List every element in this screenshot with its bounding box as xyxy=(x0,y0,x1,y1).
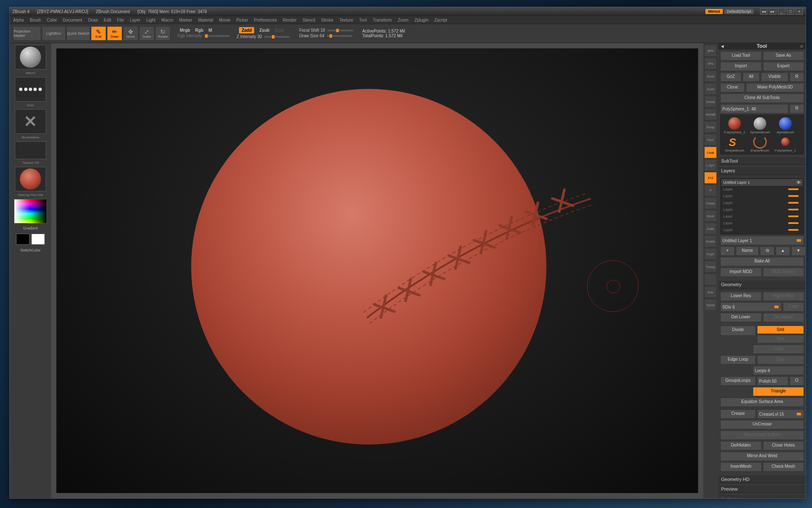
sculpt-mesh[interactable] xyxy=(191,89,546,444)
menu-brush[interactable]: Brush xyxy=(30,18,41,22)
layer-dup-button[interactable]: ⧉ xyxy=(760,246,774,256)
draw-size-slider[interactable] xyxy=(327,35,352,37)
nav-icon-move[interactable]: Move xyxy=(704,210,717,222)
sdiv-slider[interactable]: SDiv 6 xyxy=(720,302,782,312)
layers-header[interactable]: Layers xyxy=(719,167,806,175)
goz-visible-button[interactable]: Visible xyxy=(761,72,788,82)
gradient-label[interactable]: Gradient xyxy=(11,226,49,230)
color-picker[interactable] xyxy=(14,199,47,224)
polish-slider[interactable]: Polish 50 xyxy=(757,376,788,386)
nav-icon-zoom[interactable]: Zoom xyxy=(704,83,717,95)
menu-edit[interactable]: Edit xyxy=(104,18,111,22)
layer-new-button[interactable]: + xyxy=(720,246,735,256)
menu-draw[interactable]: Draw xyxy=(88,18,98,22)
import-button[interactable]: Import xyxy=(720,62,762,71)
uncrease-button[interactable]: UnCrease xyxy=(720,420,804,429)
reconstruct-button[interactable]: Reconstruct Subdiv xyxy=(720,431,804,440)
nav-icon-spix[interactable]: SPix xyxy=(704,58,717,69)
goz-all-button[interactable]: All xyxy=(743,72,760,82)
lower-res-button[interactable]: Lower Res xyxy=(720,292,762,301)
tool-item-polysphere_1[interactable]: PolySphere_1 xyxy=(722,117,747,134)
zadd-toggle[interactable]: Zadd xyxy=(239,27,254,33)
nav-icon-rotate[interactable]: Rotate xyxy=(704,235,717,247)
menu-zscript[interactable]: Zscript xyxy=(434,18,447,22)
tool-item-alphabrush[interactable]: AlphaBrush xyxy=(773,117,798,134)
nav-icon-polyf[interactable]: PolyF xyxy=(704,248,717,260)
suv-toggle[interactable]: Suv xyxy=(757,335,804,343)
menu-preferences[interactable]: Preferences xyxy=(254,18,277,22)
menu-file[interactable]: File xyxy=(117,18,124,22)
menu-color[interactable]: Color xyxy=(47,18,57,22)
smt-toggle[interactable]: Smt xyxy=(757,326,804,334)
geometry-hd-header[interactable]: Geometry HD xyxy=(719,475,806,483)
nav-icon-xyz[interactable]: XYZ xyxy=(704,172,717,184)
nav-icon-xpose[interactable]: Xpose xyxy=(704,299,717,311)
maximize-icon[interactable]: □ xyxy=(787,8,794,15)
nav-icon-bpr[interactable]: BPR xyxy=(704,45,717,57)
layer-item-active[interactable]: Untitled Layer 1👁 xyxy=(721,179,803,186)
tool-item-polysphere_1[interactable]: PolySphere_1 xyxy=(773,135,798,152)
del-hidden-button[interactable]: DelHidden xyxy=(720,441,762,450)
nav-icon-local[interactable]: Local xyxy=(704,146,717,158)
nav-next-icon[interactable]: ▸▸ xyxy=(769,8,776,15)
layer-item[interactable]: Layer xyxy=(721,193,803,199)
zcut-toggle[interactable]: Zcut xyxy=(274,28,283,33)
loops-slider[interactable]: Loops 4 xyxy=(753,366,804,375)
nav-icon-persp[interactable]: Persp xyxy=(704,121,717,133)
nav-icon-transp[interactable]: Transp xyxy=(704,261,717,273)
surface-header[interactable]: Surface xyxy=(719,495,806,498)
menu-stroke[interactable]: Stroke xyxy=(321,18,333,22)
default-zscript[interactable]: DefaultZScript xyxy=(724,9,754,14)
subtool-header[interactable]: SubTool xyxy=(719,157,806,165)
check-mesh-button[interactable]: Check Mesh xyxy=(763,462,804,472)
crease-button[interactable]: Crease xyxy=(720,409,756,419)
clone-all-subtools-button[interactable]: Clone All SubTools xyxy=(720,94,804,103)
menu-picker[interactable]: Picker xyxy=(236,18,248,22)
nav-icon-frame[interactable]: Frame xyxy=(704,197,717,209)
higher-res-button[interactable]: Higher Res xyxy=(763,292,804,301)
layer-item[interactable]: Layer xyxy=(721,186,803,193)
menu-marker[interactable]: Marker xyxy=(179,18,192,22)
clone-button[interactable]: Clone xyxy=(720,83,745,92)
lightbox-button[interactable]: LightBox xyxy=(42,26,66,41)
nav-icon-scale[interactable]: Scale xyxy=(704,223,717,235)
triangle-toggle[interactable]: Triangle xyxy=(753,387,804,396)
crease-lvl-slider[interactable]: CreaseLvl 15 xyxy=(757,409,804,419)
polish-o-button[interactable]: O xyxy=(790,376,804,386)
load-tool-button[interactable]: Load Tool xyxy=(720,51,762,61)
move-button[interactable]: ✥Move xyxy=(123,26,138,41)
del-higher-button[interactable]: Del Higher xyxy=(763,313,804,322)
menu-macro[interactable]: Macro xyxy=(162,18,173,22)
edit-button[interactable]: ✎Edit xyxy=(91,26,106,41)
geometry-header[interactable]: Geometry xyxy=(719,281,806,289)
menu-material[interactable]: Material xyxy=(198,18,214,22)
layer-item[interactable]: Layer xyxy=(721,206,803,213)
layer-item[interactable]: Layer xyxy=(721,226,803,233)
menu-movie[interactable]: Movie xyxy=(219,18,230,22)
tool-item-eraserbrush[interactable]: EraserBrush xyxy=(748,135,772,152)
import-mdd-button[interactable]: Import MDD xyxy=(720,268,762,277)
menu-light[interactable]: Light xyxy=(146,18,156,22)
switch-color-button[interactable]: SwitchColor xyxy=(11,248,49,252)
tool-item-spherebrush[interactable]: SphereBrush xyxy=(748,117,772,134)
menu-stencil[interactable]: Stencil xyxy=(302,18,315,22)
menu-texture[interactable]: Texture xyxy=(339,18,353,22)
secondary-color-swatch[interactable] xyxy=(16,234,30,245)
m-toggle[interactable]: M xyxy=(208,28,212,33)
layer-item[interactable]: Layer xyxy=(721,199,803,206)
layer-rename-button[interactable]: Name xyxy=(736,246,759,256)
goz-button[interactable]: GoZ xyxy=(720,72,741,82)
disp-toggle[interactable]: Disp xyxy=(757,355,804,364)
nav-icon-solo[interactable]: Solo xyxy=(704,286,717,298)
cage-button[interactable]: Cage xyxy=(783,302,804,312)
nav-icon-floor[interactable]: Floor xyxy=(704,134,717,146)
rotate-button[interactable]: ↻Rotate xyxy=(155,26,170,41)
equalize-button[interactable]: Equalize Surface Area xyxy=(720,398,804,407)
layer-name-field[interactable]: Untitled Layer 1 xyxy=(720,236,804,245)
nav-icon-scroll[interactable]: Scroll xyxy=(704,70,717,82)
crisp-toggle[interactable]: Crisp xyxy=(753,345,804,354)
nav-icon-aahalf[interactable]: AAHalf xyxy=(704,108,717,120)
projection-master-button[interactable]: Projection Master xyxy=(13,26,41,41)
insert-mesh-button[interactable]: InsertMesh xyxy=(720,462,762,472)
preview-header[interactable]: Preview xyxy=(719,485,806,493)
